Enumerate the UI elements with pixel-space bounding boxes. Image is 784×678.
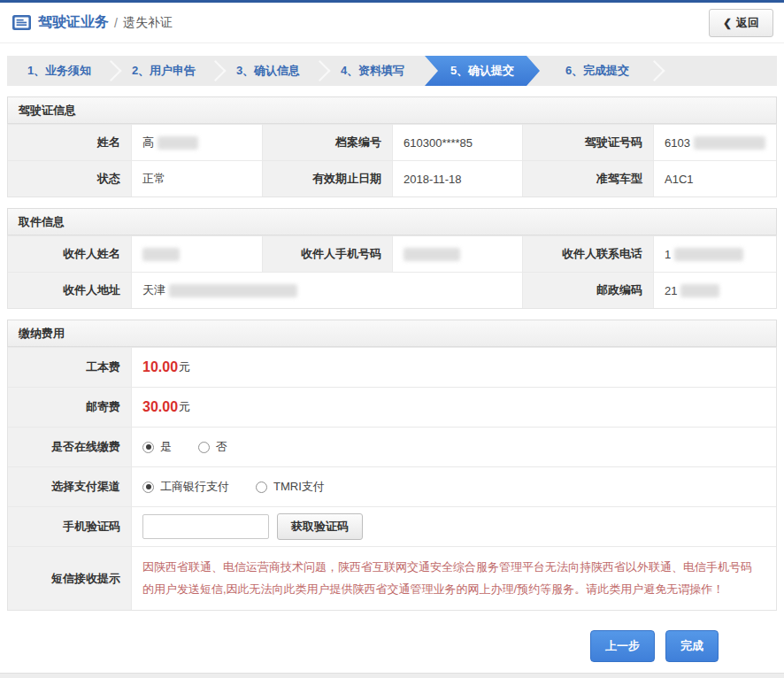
value-recipient-mobile (392, 235, 522, 272)
payment-section: 缴纳费用 工本费 10.00 元 邮寄费 30.00 元 是否在线缴费 是 否 … (7, 320, 777, 611)
label-recipient-name: 收件人姓名 (8, 235, 131, 272)
value-file-number: 610300****85 (392, 124, 522, 160)
license-business-icon (12, 15, 31, 30)
work-fee-amount: 10.00 (142, 359, 178, 375)
label-sms-code: 手机验证码 (8, 506, 131, 546)
label-file-number: 档案编号 (262, 124, 392, 160)
step-1-business-notice: 1、业务须知 (7, 56, 111, 86)
prev-step-button[interactable]: 上一步 (590, 630, 655, 662)
page-header: 驾驶证业务 / 遗失补证 ❮ 返回 (0, 3, 784, 43)
value-license-number: 6103 (653, 124, 776, 160)
label-recipient-mobile: 收件人手机号码 (262, 235, 392, 272)
label-recipient-address: 收件人地址 (8, 272, 131, 308)
pickup-info-section: 取件信息 收件人姓名 收件人手机号码 收件人联系电话 1 收件人地址 天津 邮政… (7, 208, 777, 309)
back-button-label: 返回 (736, 15, 759, 31)
pickup-section-title: 取件信息 (7, 208, 777, 235)
radio-pay-online-yes[interactable]: 是 (142, 439, 172, 455)
value-name: 高 (131, 124, 262, 160)
bottom-strip (0, 673, 784, 678)
sms-notice-cell: 因陕西省联通、电信运营商技术问题，陕西省互联网交通安全综合服务管理平台无法向持陕… (131, 546, 776, 610)
label-recipient-phone: 收件人联系电话 (522, 235, 653, 272)
postage-fee-unit: 元 (179, 399, 190, 415)
redaction-blur (674, 248, 743, 261)
get-code-button[interactable]: 获取验证码 (277, 513, 363, 540)
label-status: 状态 (8, 160, 131, 196)
value-work-fee: 10.00 元 (131, 347, 776, 387)
radio-pay-online-no[interactable]: 否 (198, 439, 227, 455)
sms-notice-text: 因陕西省联通、电信运营商技术问题，陕西省互联网交通安全综合服务管理平台无法向持陕… (142, 557, 760, 600)
back-button[interactable]: ❮ 返回 (709, 9, 773, 37)
label-sms-notice: 短信接收提示 (8, 546, 131, 610)
value-valid-until: 2018-11-18 (392, 160, 522, 196)
label-postal-code: 邮政编码 (522, 272, 653, 308)
value-postage-fee: 30.00 元 (131, 387, 776, 427)
label-license-number: 驾驶证号码 (522, 124, 653, 160)
breadcrumb-current: 遗失补证 (123, 15, 173, 31)
redaction-blur (142, 248, 180, 261)
redaction-blur (158, 136, 198, 150)
value-recipient-address: 天津 (131, 272, 522, 308)
label-work-fee: 工本费 (8, 347, 131, 387)
value-recipient-name (131, 235, 262, 272)
finish-button[interactable]: 完成 (665, 630, 719, 662)
work-fee-unit: 元 (179, 359, 190, 375)
redaction-blur (694, 136, 765, 150)
value-recipient-phone: 1 (653, 235, 776, 272)
payment-section-title: 缴纳费用 (7, 320, 777, 347)
step-progress-bar: 1、业务须知 2、用户申告 3、确认信息 4、资料填写 5、确认提交 6、完成提… (7, 56, 777, 86)
label-postage-fee: 邮寄费 (8, 387, 131, 427)
footer-actions: 上一步 完成 (0, 630, 784, 662)
chevron-left-icon: ❮ (723, 17, 732, 29)
label-pay-online: 是否在线缴费 (8, 427, 131, 466)
value-status: 正常 (131, 160, 262, 196)
label-valid-until: 有效期止日期 (262, 160, 392, 196)
sms-code-input[interactable] (142, 514, 269, 539)
redaction-blur (680, 284, 719, 297)
step-5-confirm-submit-active: 5、确认提交 (425, 56, 540, 86)
step-2-user-declaration: 2、用户申告 (111, 56, 216, 86)
radio-selected-icon (142, 482, 154, 493)
step-6-finish-submit: 6、完成提交 (540, 56, 655, 86)
radio-unselected-icon (256, 482, 267, 493)
step-3-confirm-info: 3、确认信息 (216, 56, 320, 86)
value-postal-code: 21 (653, 272, 776, 308)
postage-fee-amount: 30.00 (142, 399, 178, 415)
value-sms-code: 获取验证码 (131, 506, 776, 546)
label-vehicle-class: 准驾车型 (522, 160, 653, 196)
license-section-title: 驾驶证信息 (7, 96, 777, 124)
value-pay-channel: 工商银行支付 TMRI支付 (131, 466, 776, 506)
radio-unselected-icon (198, 442, 210, 453)
redaction-blur (404, 248, 460, 261)
redaction-blur (169, 284, 297, 297)
label-pay-channel: 选择支付渠道 (8, 466, 131, 506)
page-title: 驾驶证业务 (38, 13, 109, 32)
step-4-fill-material: 4、资料填写 (320, 56, 425, 86)
value-vehicle-class: A1C1 (653, 160, 776, 196)
breadcrumb-separator: / (114, 16, 118, 30)
radio-channel-tmri[interactable]: TMRI支付 (256, 479, 325, 495)
license-info-section: 驾驶证信息 姓名 高 档案编号 610300****85 驾驶证号码 6103 … (7, 96, 777, 197)
label-name: 姓名 (8, 124, 131, 160)
value-pay-online: 是 否 (131, 427, 776, 466)
radio-selected-icon (142, 442, 154, 453)
radio-channel-icbc[interactable]: 工商银行支付 (142, 479, 229, 495)
